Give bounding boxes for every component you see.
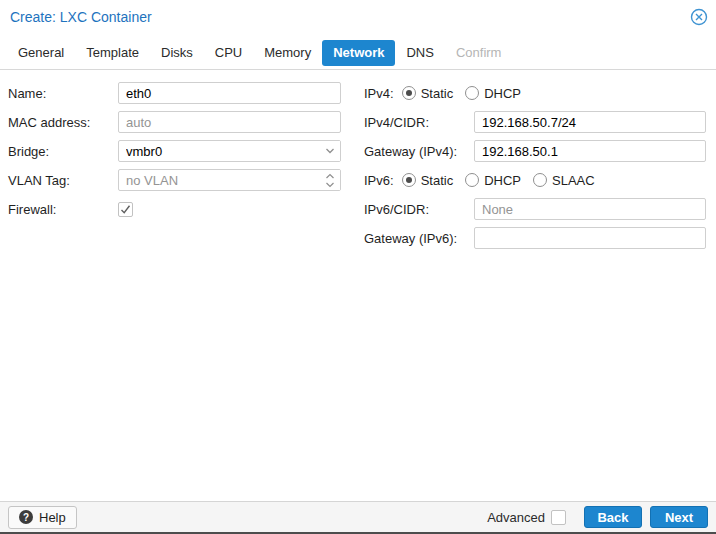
tab-template[interactable]: Template (75, 40, 150, 66)
ipv4-dhcp-label: DHCP (484, 86, 521, 101)
mac-input[interactable] (118, 111, 341, 133)
gateway-ipv4-row: Gateway (IPv4): (364, 140, 706, 162)
ipv6-cidr-label: IPv6/CIDR: (364, 202, 474, 217)
tab-dns[interactable]: DNS (395, 40, 444, 66)
ipv4-cidr-input[interactable] (474, 111, 706, 133)
tab-memory[interactable]: Memory (253, 40, 322, 66)
vlan-label: VLAN Tag: (8, 173, 118, 188)
firewall-label: Firewall: (8, 202, 118, 217)
bridge-row: Bridge: (8, 140, 341, 162)
mac-label: MAC address: (8, 115, 118, 130)
name-row: Name: (8, 82, 341, 104)
tab-cpu[interactable]: CPU (204, 40, 253, 66)
ipv6-dhcp-radio[interactable] (465, 173, 479, 187)
ipv6-slaac-radio[interactable] (533, 173, 547, 187)
chevron-down-icon[interactable] (320, 141, 340, 161)
vlan-spinner-input[interactable] (118, 169, 341, 191)
help-button[interactable]: ? Help (8, 506, 77, 529)
ipv6-static-label: Static (421, 173, 454, 188)
tab-bar: General Template Disks CPU Memory Networ… (0, 36, 716, 70)
name-label: Name: (8, 86, 118, 101)
create-lxc-dialog: Create: LXC Container General Template D… (0, 0, 716, 534)
ipv4-static-radio[interactable] (402, 86, 416, 100)
gateway-ipv6-row: Gateway (IPv6): (364, 227, 706, 249)
tab-general[interactable]: General (7, 40, 75, 66)
network-left-column: Name: MAC address: Bridge: VLAN Tag: (8, 82, 341, 501)
ipv6-mode-row: IPv6: Static DHCP SLAAC (364, 169, 706, 191)
ipv4-static-label: Static (421, 86, 454, 101)
firewall-checkbox[interactable] (118, 202, 133, 217)
gateway-ipv6-input[interactable] (474, 227, 706, 249)
form-body: Name: MAC address: Bridge: VLAN Tag: (0, 70, 716, 501)
tab-network[interactable]: Network (322, 40, 395, 66)
mac-row: MAC address: (8, 111, 341, 133)
dialog-footer: ? Help Advanced Back Next (0, 501, 716, 532)
bridge-label: Bridge: (8, 144, 118, 159)
advanced-label: Advanced (487, 510, 545, 525)
ipv6-cidr-row: IPv6/CIDR: (364, 198, 706, 220)
gateway-ipv4-input[interactable] (474, 140, 706, 162)
dialog-header: Create: LXC Container (0, 0, 716, 36)
ipv4-mode-row: IPv4: Static DHCP (364, 82, 706, 104)
tab-disks[interactable]: Disks (150, 40, 204, 66)
ipv6-mode-label: IPv6: (364, 173, 394, 188)
bridge-combo[interactable] (118, 140, 341, 162)
close-icon[interactable] (690, 8, 708, 26)
ipv6-static-radio[interactable] (402, 173, 416, 187)
ipv6-slaac-label: SLAAC (552, 173, 595, 188)
ipv6-cidr-input[interactable] (474, 198, 706, 220)
dialog-title: Create: LXC Container (10, 9, 706, 25)
vlan-row: VLAN Tag: (8, 169, 341, 191)
network-right-column: IPv4: Static DHCP IPv4/CIDR: Gateway (IP… (364, 82, 706, 501)
firewall-row: Firewall: (8, 198, 341, 220)
ipv4-dhcp-radio[interactable] (465, 86, 479, 100)
back-button[interactable]: Back (584, 506, 642, 528)
help-icon: ? (19, 510, 33, 524)
next-button[interactable]: Next (650, 506, 708, 528)
ipv4-cidr-label: IPv4/CIDR: (364, 115, 474, 130)
ipv6-dhcp-label: DHCP (484, 173, 521, 188)
ipv4-cidr-row: IPv4/CIDR: (364, 111, 706, 133)
gateway-ipv6-label: Gateway (IPv6): (364, 231, 474, 246)
ipv4-mode-label: IPv4: (364, 86, 394, 101)
advanced-checkbox[interactable] (551, 510, 566, 525)
spinner-up-down-icon[interactable] (320, 170, 340, 190)
name-input[interactable] (118, 82, 341, 104)
gateway-ipv4-label: Gateway (IPv4): (364, 144, 474, 159)
help-button-label: Help (39, 510, 66, 525)
tab-confirm: Confirm (445, 40, 513, 66)
